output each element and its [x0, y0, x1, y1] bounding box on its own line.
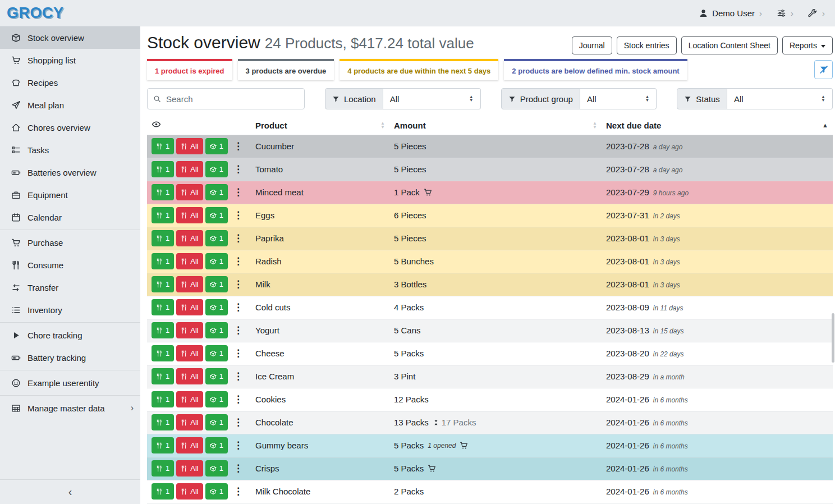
consume-one-button[interactable]: 1 [152, 391, 174, 407]
app-logo[interactable]: GROCY [7, 4, 64, 22]
open-one-button[interactable]: 1 [205, 299, 228, 315]
status-card-below-min[interactable]: 2 products are below defined min. stock … [504, 59, 687, 80]
column-visibility-header[interactable] [147, 116, 251, 135]
location-content-sheet-button[interactable]: Location Content Sheet [681, 36, 778, 54]
row-menu-button[interactable]: ⋮ [230, 437, 246, 453]
open-one-button[interactable]: 1 [205, 184, 228, 200]
consume-one-button[interactable]: 1 [152, 437, 174, 453]
consume-one-button[interactable]: 1 [152, 483, 174, 500]
consume-one-button[interactable]: 1 [152, 276, 174, 292]
consume-all-button[interactable]: All [176, 460, 203, 476]
reports-button[interactable]: Reports [782, 36, 833, 54]
settings-menu[interactable]: › [777, 8, 793, 18]
open-one-button[interactable]: 1 [205, 230, 228, 246]
consume-one-button[interactable]: 1 [152, 253, 174, 269]
sidebar-item-inventory[interactable]: Inventory [0, 299, 140, 321]
open-one-button[interactable]: 1 [205, 322, 228, 338]
consume-all-button[interactable]: All [176, 322, 203, 338]
consume-all-button[interactable]: All [176, 391, 203, 407]
open-one-button[interactable]: 1 [205, 391, 228, 407]
consume-all-button[interactable]: All [176, 299, 203, 315]
consume-one-button[interactable]: 1 [152, 184, 174, 200]
row-menu-button[interactable]: ⋮ [230, 230, 246, 246]
consume-all-button[interactable]: All [176, 184, 203, 200]
sidebar-item-equipment[interactable]: Equipment [0, 184, 140, 206]
sidebar-item-shopping-list[interactable]: Shopping list [0, 49, 140, 71]
sidebar-item-example-userentity[interactable]: Example userentity [0, 372, 140, 394]
consume-all-button[interactable]: All [176, 437, 203, 453]
row-menu-button[interactable]: ⋮ [230, 299, 246, 315]
consume-one-button[interactable]: 1 [152, 460, 174, 476]
search-input[interactable] [166, 94, 299, 104]
clear-filters-button[interactable] [814, 60, 833, 79]
column-amount[interactable]: Amount ▲▼ [389, 116, 602, 135]
column-product[interactable]: Product ▲▼ [251, 116, 389, 135]
consume-all-button[interactable]: All [176, 230, 203, 246]
open-one-button[interactable]: 1 [205, 161, 228, 177]
open-one-button[interactable]: 1 [205, 414, 228, 430]
open-one-button[interactable]: 1 [205, 276, 228, 292]
sidebar-item-transfer[interactable]: Transfer [0, 276, 140, 299]
sidebar-item-stock-overview[interactable]: Stock overview [0, 26, 140, 49]
user-menu[interactable]: Demo User › [699, 8, 762, 18]
consume-one-button[interactable]: 1 [152, 368, 174, 384]
consume-one-button[interactable]: 1 [152, 414, 174, 430]
sidebar-item-manage-master-data[interactable]: Manage master data› [0, 397, 140, 419]
open-one-button[interactable]: 1 [205, 483, 228, 500]
consume-all-button[interactable]: All [176, 207, 203, 223]
row-menu-button[interactable]: ⋮ [230, 138, 246, 154]
row-menu-button[interactable]: ⋮ [230, 322, 246, 338]
consume-one-button[interactable]: 1 [152, 230, 174, 246]
row-menu-button[interactable]: ⋮ [230, 207, 246, 223]
row-menu-button[interactable]: ⋮ [230, 161, 246, 177]
row-menu-button[interactable]: ⋮ [230, 414, 246, 430]
sidebar-item-consume[interactable]: Consume [0, 254, 140, 276]
consume-one-button[interactable]: 1 [152, 207, 174, 223]
open-one-button[interactable]: 1 [205, 253, 228, 269]
consume-all-button[interactable]: All [176, 368, 203, 384]
journal-button[interactable]: Journal [572, 36, 612, 54]
status-card-expired[interactable]: 1 product is expired [147, 59, 232, 80]
sidebar-item-tasks[interactable]: Tasks [0, 139, 140, 161]
scrollbar-thumb[interactable] [832, 313, 834, 363]
consume-all-button[interactable]: All [176, 483, 203, 500]
sidebar-item-calendar[interactable]: Calendar [0, 206, 140, 228]
row-menu-button[interactable]: ⋮ [230, 460, 246, 476]
sidebar-item-chore-tracking[interactable]: Chore tracking [0, 324, 140, 346]
sidebar-collapse-button[interactable]: ‹ [0, 479, 140, 504]
consume-all-button[interactable]: All [176, 161, 203, 177]
consume-all-button[interactable]: All [176, 138, 203, 154]
consume-all-button[interactable]: All [176, 276, 203, 292]
open-one-button[interactable]: 1 [205, 460, 228, 476]
sidebar-item-batteries-overview[interactable]: Batteries overview [0, 161, 140, 184]
row-menu-button[interactable]: ⋮ [230, 276, 246, 292]
consume-one-button[interactable]: 1 [152, 138, 174, 154]
column-next-due-date[interactable]: Next due date ▲ [602, 116, 833, 135]
status-select[interactable]: All ▲▼ [727, 88, 833, 109]
open-one-button[interactable]: 1 [205, 345, 228, 361]
consume-one-button[interactable]: 1 [152, 161, 174, 177]
sidebar-item-recipes[interactable]: Recipes [0, 71, 140, 94]
row-menu-button[interactable]: ⋮ [230, 184, 246, 200]
consume-all-button[interactable]: All [176, 345, 203, 361]
row-menu-button[interactable]: ⋮ [230, 345, 246, 361]
sidebar-item-meal-plan[interactable]: Meal plan [0, 94, 140, 116]
status-card-due-soon[interactable]: 4 products are due within the next 5 day… [339, 59, 498, 80]
location-select[interactable]: All ▲▼ [383, 88, 481, 109]
sidebar-item-chores-overview[interactable]: Chores overview [0, 116, 140, 139]
consume-one-button[interactable]: 1 [152, 345, 174, 361]
consume-one-button[interactable]: 1 [152, 322, 174, 338]
consume-all-button[interactable]: All [176, 253, 203, 269]
open-one-button[interactable]: 1 [205, 138, 228, 154]
sidebar-item-battery-tracking[interactable]: Battery tracking [0, 346, 140, 369]
open-one-button[interactable]: 1 [205, 368, 228, 384]
open-one-button[interactable]: 1 [205, 207, 228, 223]
sidebar-item-purchase[interactable]: Purchase [0, 231, 140, 254]
consume-all-button[interactable]: All [176, 414, 203, 430]
open-one-button[interactable]: 1 [205, 437, 228, 453]
row-menu-button[interactable]: ⋮ [230, 253, 246, 269]
consume-one-button[interactable]: 1 [152, 299, 174, 315]
stock-entries-button[interactable]: Stock entries [617, 36, 677, 54]
status-card-overdue[interactable]: 3 products are overdue [238, 59, 334, 80]
product-group-select[interactable]: All ▲▼ [580, 88, 657, 109]
